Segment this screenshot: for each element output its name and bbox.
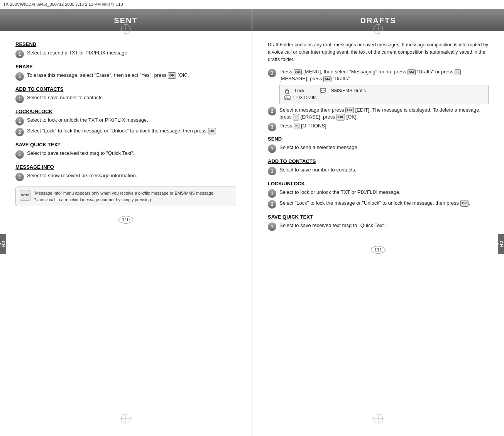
- step-circle-1: 1: [268, 69, 276, 77]
- crosshair-bottom-left: [120, 413, 132, 424]
- step-circle-1: 1: [15, 95, 24, 103]
- section-save-quick-text-right: SAVE QUICK TEXT 1 Select to save receive…: [268, 214, 489, 231]
- note-text: "Message Info" menu appears only when yo…: [34, 190, 215, 203]
- section-message-info: MESSAGE INFO 1 Select to show received p…: [15, 164, 236, 181]
- msg-info-step1-text: Select to show received pix message info…: [27, 172, 137, 179]
- right-page-header: DRAFTS: [252, 9, 504, 31]
- drafts-step3-text: Press ··· [OPTIONS].: [279, 122, 328, 129]
- section-erase: ERASE 1 To erase this message, select "E…: [15, 64, 236, 81]
- section-resend: RESEND 1 Select to resend a TXT or PIX/F…: [15, 41, 236, 58]
- erase-step1: 1 To erase this message, select "Erase",…: [15, 72, 236, 81]
- sms-icon: [320, 88, 326, 93]
- step-circle-3: 3: [268, 123, 276, 131]
- resend-step1: 1 Select to resend a TXT or PIX/FLIX mes…: [15, 49, 236, 58]
- message-info-title: MESSAGE INFO: [15, 164, 236, 170]
- dots-icon-2: ···: [293, 114, 299, 120]
- section-send: SEND 1 Select to send a selected message…: [268, 136, 489, 153]
- 5m-icon: 5M: [408, 69, 416, 76]
- step-circle-1: 1: [268, 189, 276, 198]
- top-bar: TX-230VW(CDM-8945)_050712 2005.7.13 2:13…: [0, 0, 504, 9]
- step-circle-1: 1: [268, 167, 276, 175]
- left-page-number: 110: [0, 214, 252, 227]
- sms-label: : SMS/EMS Drafts: [328, 88, 366, 93]
- dots-icon: ···: [455, 69, 461, 76]
- section-add-to-contacts: ADD TO CONTACTS 1 Select to save number …: [15, 86, 236, 103]
- ch-badge-left: CH6: [0, 234, 6, 254]
- save-quick-step1-text: Select to save received text msg to "Qui…: [27, 150, 135, 157]
- step-circle-1: 1: [268, 222, 276, 231]
- svg-point-12: [323, 90, 323, 91]
- add-contacts-right-step1: 1 Select to save number to contacts.: [268, 166, 489, 175]
- save-quick-right-step1-text: Select to save received text msg to "Qui…: [279, 222, 387, 229]
- lock-unlock-step2-text: Select "Lock" to lock the message or "Un…: [27, 127, 218, 134]
- ok-icon-2: OK: [208, 128, 216, 134]
- add-contacts-right-step1-text: Select to save number to contacts.: [279, 166, 356, 173]
- send-step1: 1 Select to send a selected message.: [268, 144, 489, 153]
- svg-point-16: [374, 414, 383, 423]
- drafts-intro: Draft Folder contains any draft messages…: [268, 41, 489, 63]
- drafts-step1: 1 Press OK [MENU], then select "Messagin…: [268, 68, 489, 82]
- sub-table-row1: : Lock : SMS/EMS Drafts: [284, 88, 484, 94]
- drafts-sub-table: : Lock : SMS/EMS Drafts: [279, 85, 489, 104]
- lock-unlock-right-step2: 2 Select "Lock" to lock the message or "…: [268, 200, 489, 209]
- svg-point-13: [324, 90, 325, 91]
- note-box: NOTE "Message Info" menu appears only wh…: [15, 187, 236, 206]
- ok-icon: OK: [168, 72, 176, 79]
- sms-item: : SMS/EMS Drafts: [320, 88, 366, 93]
- lock-unlock-right-step1: 1 Select to lock or unlock the TXT or PI…: [268, 189, 489, 198]
- add-contacts-step1: 1 Select to save number to contacts.: [15, 94, 236, 103]
- drafts-step3: 3 Press ··· [OPTIONS].: [268, 122, 489, 131]
- crosshair-bottom-right: [372, 413, 384, 424]
- left-page-content: RESEND 1 Select to resend a TXT or PIX/F…: [0, 37, 252, 214]
- add-contacts-step1-text: Select to save number to contacts.: [27, 94, 104, 101]
- ok-icon-3: OK: [337, 114, 345, 120]
- erase-step1-text: To erase this message, select "Erase", t…: [27, 72, 189, 79]
- pix-icon: [284, 95, 291, 100]
- ch-badge-right: CH6: [498, 234, 504, 254]
- drafts-step1-text: Press OK [MENU], then select "Messaging"…: [279, 68, 489, 82]
- step-circle-1: 1: [15, 50, 24, 58]
- add-contacts-title-right: ADD TO CONTACTS: [268, 158, 489, 164]
- dots-icon-3: ···: [294, 123, 300, 129]
- pix-item: : PIX Drafts: [284, 95, 316, 100]
- step-circle-1: 1: [15, 117, 24, 126]
- save-quick-text-title: SAVE QUICK TEXT: [15, 142, 236, 148]
- drafts-step2: 2 Select a message then press OK [EDIT].…: [268, 107, 489, 120]
- lock-icon: [284, 88, 290, 94]
- page-right: DRAFTS Draft Folder contains any draft m…: [252, 9, 504, 436]
- step-circle-2: 2: [268, 200, 276, 209]
- right-page-number: 111: [252, 244, 504, 257]
- lock-unlock-title-right: LOCK/UNLOCK: [268, 181, 489, 187]
- note-icon: NOTE: [20, 190, 30, 201]
- step-circle-2: 2: [268, 107, 276, 115]
- ok-icon-2: OK: [345, 107, 354, 114]
- section-lock-unlock: LOCK/UNLOCK 1 Select to lock or unlock t…: [15, 109, 236, 136]
- page-left: SENT RESEND 1 Select to resend a TXT or …: [0, 9, 252, 436]
- lock-label: : Lock: [292, 88, 304, 93]
- top-bar-text: TX-230VW(CDM-8945)_050712 2005.7.13 2:13…: [3, 2, 123, 7]
- ok-icon-lock: OK: [460, 200, 469, 207]
- save-quick-step1: 1 Select to save received text msg to "Q…: [15, 150, 236, 159]
- resend-title: RESEND: [15, 41, 236, 47]
- step-circle-1: 1: [268, 144, 276, 153]
- step-circle-1: 1: [15, 72, 24, 81]
- svg-point-3: [121, 414, 130, 423]
- msg-info-step1: 1 Select to show received pix message in…: [15, 172, 236, 181]
- lock-unlock-right-step2-text: Select "Lock" to lock the message or "Un…: [279, 200, 470, 207]
- add-contacts-title: ADD TO CONTACTS: [15, 86, 236, 92]
- lock-unlock-step1: 1 Select to lock or unlock the TXT or PI…: [15, 117, 236, 126]
- right-page-content: Draft Folder contains any draft messages…: [252, 37, 504, 244]
- section-save-quick-text: SAVE QUICK TEXT 1 Select to save receive…: [15, 142, 236, 159]
- send-step1-text: Select to send a selected message.: [279, 144, 359, 151]
- sub-table-row2: : PIX Drafts: [284, 95, 484, 100]
- lock-unlock-step2: 2 Select "Lock" to lock the message or "…: [15, 127, 236, 136]
- lock-unlock-title: LOCK/UNLOCK: [15, 109, 236, 114]
- step-circle-1: 1: [15, 150, 24, 159]
- save-quick-title-right: SAVE QUICK TEXT: [268, 214, 489, 220]
- section-lock-unlock-right: LOCK/UNLOCK 1 Select to lock or unlock t…: [268, 181, 489, 209]
- resend-step1-text: Select to resend a TXT or PIX/FLIX messa…: [27, 49, 129, 56]
- section-add-to-contacts-right: ADD TO CONTACTS 1 Select to save number …: [268, 158, 489, 175]
- 5m-icon-2: 5M: [323, 76, 331, 83]
- ok-icon: OK: [294, 69, 302, 76]
- svg-rect-9: [286, 90, 289, 93]
